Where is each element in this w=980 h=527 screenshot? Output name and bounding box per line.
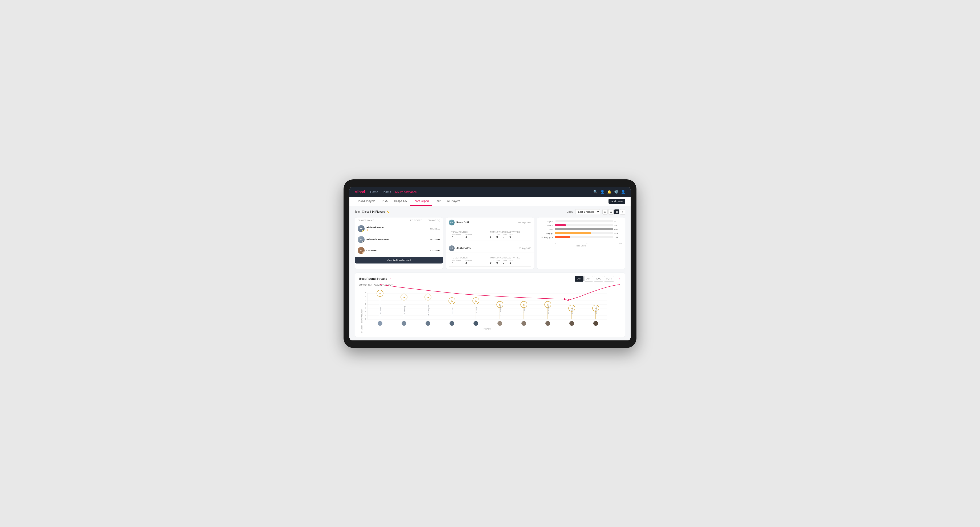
pb-avg: 107 <box>436 238 440 241</box>
bar-track-pars <box>555 228 613 230</box>
stats-player-header: RB Rees Britt 02 Sep 2023 <box>446 217 534 227</box>
edit-icon[interactable]: ✏️ <box>387 211 389 213</box>
arg-label: ARG <box>503 234 507 236</box>
grid-view-button[interactable]: ⊞ <box>602 209 608 214</box>
total-rounds-label-2: Total Rounds <box>451 257 490 259</box>
tab-pgat-players[interactable]: PGAT Players <box>355 197 379 206</box>
leaderboard-panel: PLAYER NAME PB SCORE PB AVG SQ RB 1 Rich… <box>355 217 443 269</box>
total-rounds-label: Total Rounds <box>451 231 490 233</box>
search-icon[interactable]: 🔍 <box>593 190 598 194</box>
pb-score: 19/20 <box>430 227 436 230</box>
arrow-right-icon: → <box>616 276 621 282</box>
filter-arg-button[interactable]: ARG <box>594 276 603 282</box>
ott-value-2: 0 <box>490 261 494 264</box>
add-team-button[interactable]: Add Team <box>609 199 625 204</box>
streak-player-8: M. Maher <box>547 306 549 314</box>
bar-row-eagles: Eagles 3 <box>540 220 622 222</box>
bell-icon[interactable]: 🔔 <box>607 190 611 194</box>
bar-fill-birdies <box>555 224 566 226</box>
tab-hcaps[interactable]: Hcaps 1-5 <box>391 197 410 206</box>
stats-grid-2: Total Rounds Tournament 7 Practice <box>449 254 531 267</box>
col-pb-avg: PB AVG SQ <box>428 219 440 221</box>
total-rounds-section-2: Total Rounds Tournament 7 Practice <box>451 257 490 264</box>
streak-player-9: R. Butler <box>571 306 573 314</box>
tournament-value-2: 7 <box>451 261 461 264</box>
bar-value-eagles: 3 <box>614 220 622 222</box>
bar-value-dbogeys: 131 <box>614 236 622 238</box>
tournament-label: Tournament <box>451 234 461 236</box>
avatar-icon[interactable]: 👤 <box>621 190 625 194</box>
tab-pga[interactable]: PGA <box>379 197 391 206</box>
nav-my-performance[interactable]: My Performance <box>395 190 417 194</box>
streak-player-6: E. Crossman <box>499 305 501 316</box>
app-value-2: 0 <box>496 261 500 264</box>
putt-label: PUTT <box>509 234 514 236</box>
bar-label-pars: Pars <box>540 228 553 230</box>
col-player-name: PLAYER NAME <box>358 219 410 221</box>
tab-tour[interactable]: Tour <box>432 197 444 206</box>
y-tick-6: 6 <box>365 296 366 298</box>
putt-value: 0 <box>509 236 514 238</box>
view-leaderboard-button[interactable]: View Full Leaderboard <box>355 257 443 264</box>
panels-grid: PLAYER NAME PB SCORE PB AVG SQ RB 1 Rich… <box>355 217 625 269</box>
streak-player-2: B. McHerg <box>403 306 406 314</box>
card-view-button[interactable]: ▦ <box>614 209 619 214</box>
streak-value-3: 6x <box>427 296 429 298</box>
bar-label-dbogeys: D. Bogeys + <box>540 236 553 238</box>
subtitle-accuracy: Fairway Accuracy <box>374 284 393 286</box>
settings-icon[interactable]: ⚙️ <box>614 190 618 194</box>
practice-label-2: Practice <box>466 259 472 261</box>
tournament-value: 7 <box>451 236 461 238</box>
stats-date-2: 26 Aug 2023 <box>519 247 531 250</box>
nav-icons: 🔍 👤 🔔 ⚙️ 👤 <box>593 190 625 194</box>
streak-value-1: 7x <box>379 292 381 295</box>
nav-teams[interactable]: Teams <box>382 190 391 194</box>
y-tick-5: 5 <box>365 300 366 301</box>
period-select[interactable]: Last 3 months <box>575 209 600 214</box>
team-header-right: Show Last 3 months ⊞ ☰ ▦ ↑ <box>567 209 625 214</box>
filter-app-button[interactable]: APP <box>584 276 593 282</box>
avatar: JC <box>449 245 455 251</box>
x-axis-label: Players <box>484 328 491 330</box>
x-label-400: 400 <box>619 243 622 244</box>
streak-player-10: C. Quick <box>595 306 597 314</box>
list-view-button[interactable]: ☰ <box>608 209 614 214</box>
filter-putt-button[interactable]: PUTT <box>604 276 614 282</box>
tablet-screen: clippd Home Teams My Performance 🔍 👤 🔔 ⚙… <box>349 187 631 340</box>
player-name: Edward Crossman <box>366 238 388 241</box>
streak-player-1: E. Ewert <box>379 306 381 314</box>
streaks-wrapper: Best Round Streaks ← OTT APP ARG PUTT → <box>355 273 625 337</box>
rank-badge-3: 3 <box>362 252 364 254</box>
export-button[interactable]: ↑ <box>620 209 625 214</box>
streaks-filter-buttons: OTT APP ARG PUTT → <box>575 276 621 282</box>
user-icon[interactable]: 👤 <box>600 190 605 194</box>
player-count: 14 Players <box>372 210 385 213</box>
avatar: RB 1 <box>358 225 364 232</box>
stats-player-1: RB Rees Britt 02 Sep 2023 Total Rounds <box>446 217 534 243</box>
practice-value: 4 <box>466 236 472 238</box>
arrow-left-icon: ← <box>389 276 394 282</box>
streaks-chart-svg: Best Streak, Fairway Accuracy 7 6 5 4 3 … <box>359 290 609 333</box>
tablet-device: clippd Home Teams My Performance 🔍 👤 🔔 ⚙… <box>344 179 636 348</box>
arg-value-2: 0 <box>503 261 507 264</box>
streaks-section: Best Round Streaks ← OTT APP ARG PUTT → <box>355 273 625 337</box>
filter-ott-button[interactable]: OTT <box>575 276 584 282</box>
tab-all-players[interactable]: All Players <box>444 197 463 206</box>
player-name: Rees Britt <box>457 221 469 224</box>
tab-team-clippd[interactable]: Team Clippd <box>410 197 432 206</box>
streak-player-3: D. Billingham <box>428 305 430 316</box>
nav-home[interactable]: Home <box>370 190 378 194</box>
leaderboard-header: PLAYER NAME PB SCORE PB AVG SQ <box>355 217 443 223</box>
view-icons: ⊞ ☰ ▦ ↑ <box>602 209 625 214</box>
team-name: Team Clippd | 14 Players <box>355 210 385 213</box>
y-axis-label: Best Streak, Fairway Accuracy <box>361 309 363 333</box>
streak-player-5: R. Britt <box>476 307 477 313</box>
streaks-chart-container: Best Streak, Fairway Accuracy 7 6 5 4 3 … <box>359 290 621 334</box>
team-header: Team Clippd | 14 Players ✏️ Show Last 3 … <box>355 209 625 214</box>
avatar: C 3 <box>358 247 364 254</box>
pb-avg: 103 <box>436 249 440 252</box>
bar-fill-bogeys <box>555 232 591 234</box>
bar-fill-eagles <box>555 220 555 222</box>
tab-bar: PGAT Players PGA Hcaps 1-5 Team Clippd T… <box>349 197 631 206</box>
player-avatar-2 <box>402 321 406 326</box>
